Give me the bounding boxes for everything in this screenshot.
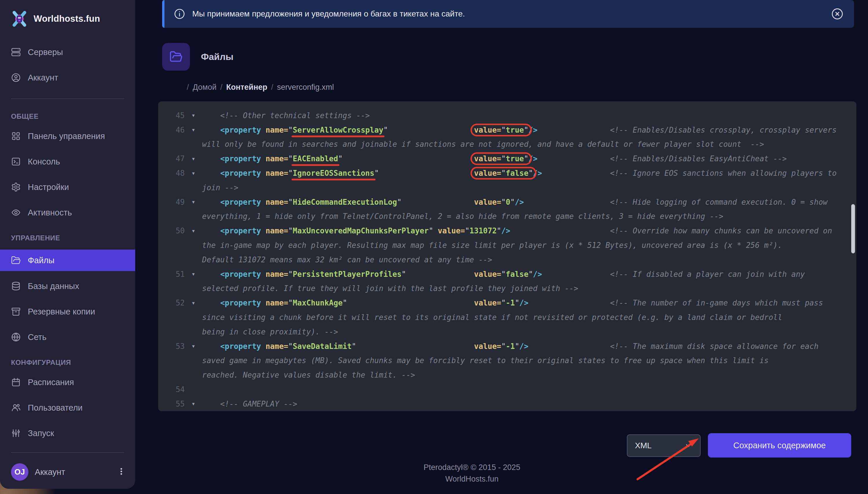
code-token (261, 169, 266, 177)
code-line-content[interactable]: <property name="MaxUncoveredMapChunksPer… (202, 226, 832, 235)
code-row: Default 131072 means max 32 km² can be u… (158, 252, 856, 267)
sidebar-item-label: Резервные копии (28, 307, 95, 317)
code-line-content[interactable]: saved game in megabytes (MB). Saved chun… (202, 356, 769, 365)
sidebar-item-label: Пользователи (28, 403, 82, 413)
code-token: join --> (202, 183, 238, 192)
code-token (542, 270, 610, 279)
sidebar-item-grid[interactable]: Панель управления (11, 128, 124, 144)
sidebar-item-database[interactable]: Базы данных (11, 278, 124, 294)
code-token: 131072 (469, 226, 497, 235)
code-line-content[interactable]: Default 131072 means max 32 km² can be u… (202, 255, 492, 264)
fold-arrow-icon[interactable]: ▼ (185, 128, 202, 132)
fold-arrow-icon[interactable]: ▼ (185, 113, 202, 118)
code-token: name= (266, 270, 288, 279)
code-token: " (397, 198, 402, 207)
sidebar-item-server[interactable]: Серверы (11, 44, 124, 60)
fold-arrow-icon[interactable]: ▼ (185, 200, 202, 205)
code-line-content[interactable]: join --> (202, 183, 238, 192)
sidebar-sections: ОБЩЕЕПанель управленияКонсольНастройкиАк… (11, 112, 124, 441)
code-line-content[interactable]: <property name="SaveDataLimit" value="-1… (202, 342, 818, 351)
code-editor[interactable]: 45▼ <!-- Other technical settings -->46▼… (158, 101, 856, 411)
code-line-content[interactable]: everything, 1 = hide only from Telnet/Co… (202, 212, 723, 221)
fold-arrow-icon[interactable]: ▼ (185, 156, 202, 161)
code-line-content[interactable]: since visiting a chunk before it will re… (202, 313, 782, 322)
code-line-content[interactable]: the in-game map by each player. Resultin… (202, 241, 782, 250)
code-row: 55▼ <!-- GAMEPLAY --> (158, 397, 856, 411)
code-token (202, 198, 220, 207)
files-page-icon-badge (162, 43, 190, 71)
code-line-content[interactable]: <property name="IgnoreEOSSanctions" valu… (202, 169, 837, 177)
footer-brand[interactable]: WorldHosts.fun (162, 473, 782, 485)
code-row: 54 (158, 382, 856, 397)
banner-text: Мы принимаем предложения и уведомления о… (192, 9, 465, 19)
fold-arrow-icon[interactable]: ▼ (185, 301, 202, 305)
code-row: 51▼ <property name="PersistentPlayerProf… (158, 267, 856, 282)
sidebar-item-globe[interactable]: Сеть (11, 329, 124, 345)
editor-scrollbar-thumb[interactable] (851, 204, 855, 253)
sidebar-item-archive[interactable]: Резервные копии (11, 303, 124, 320)
code-line-content[interactable]: <property name="ServerAllowCrossplay" va… (202, 126, 837, 134)
code-token: ServerAllowCrossplay (293, 126, 383, 134)
sidebar-item-user-circle[interactable]: Аккаунт (11, 70, 124, 86)
kebab-menu-icon[interactable] (116, 467, 127, 477)
code-line-content[interactable]: <property name="PersistentPlayerProfiles… (202, 270, 805, 279)
code-line-content[interactable]: selected profile. If true they will join… (202, 284, 578, 293)
code-token: <!-- Ignore EOS sanctions when allowing … (610, 169, 837, 177)
line-number: 47 (158, 154, 185, 163)
code-line-content[interactable]: <!-- Other technical settings --> (202, 111, 370, 120)
code-token: /> (519, 342, 528, 351)
annotation-circle: value="false" (474, 169, 533, 177)
code-line-content[interactable]: <property name="EACEnabled" value="true"… (202, 154, 787, 163)
sidebar-item-users[interactable]: Пользователи (11, 400, 124, 416)
sidebar-item-sliders[interactable]: Запуск (11, 425, 124, 441)
code-line-content[interactable]: will only be found in searches and joina… (202, 140, 764, 149)
code-token: " (402, 270, 406, 279)
code-token: EACEnabled (293, 154, 338, 163)
fold-arrow-icon[interactable]: ▼ (185, 401, 202, 406)
code-line-content[interactable]: <!-- GAMEPLAY --> (202, 400, 297, 408)
code-token: value= (474, 198, 501, 207)
fold-arrow-icon[interactable]: ▼ (185, 171, 202, 176)
breadcrumb-segment[interactable]: Контейнер (226, 83, 267, 92)
language-select[interactable]: XML (627, 434, 701, 457)
code-token: <!-- If disabled a player can join with … (610, 270, 805, 279)
code-token: <property (220, 126, 261, 134)
code-line-content[interactable]: being in close proximity). --> (202, 327, 338, 336)
fold-arrow-icon[interactable]: ▼ (185, 228, 202, 233)
code-token: " (510, 198, 515, 207)
code-token: " (288, 154, 293, 163)
code-token: " (352, 342, 356, 351)
code-token: " (288, 198, 293, 207)
sidebar-item-terminal[interactable]: Консоль (11, 153, 124, 170)
sidebar-item-folder[interactable]: Файлы (0, 250, 135, 271)
breadcrumb-segment[interactable]: Домой (193, 83, 216, 92)
footer-copyright: Pterodactyl® © 2015 - 2025 (162, 461, 782, 473)
code-line-content[interactable]: <property name="MaxChunkAge" value="-1"/… (202, 299, 823, 307)
code-token (261, 299, 266, 307)
close-icon[interactable] (831, 7, 844, 20)
sidebar-item-eye[interactable]: Активность (11, 205, 124, 221)
sidebar-account[interactable]: OJ Аккаунт (11, 463, 127, 481)
line-number: 49 (158, 198, 185, 207)
code-token: name= (266, 169, 288, 177)
save-button[interactable]: Сохранить содержимое (708, 433, 851, 457)
code-line-content[interactable]: reached. Negative values disable the lim… (202, 370, 415, 379)
sidebar-item-label: Запуск (28, 429, 54, 438)
users-icon (11, 403, 21, 413)
fold-arrow-icon[interactable]: ▼ (185, 344, 202, 349)
code-token: <property (220, 169, 261, 177)
code-token: " (374, 169, 379, 177)
sidebar-item-gear[interactable]: Настройки (11, 179, 124, 195)
code-line-content[interactable]: <property name="HideCommandExecutionLog"… (202, 198, 828, 207)
code-row: 46▼ <property name="ServerAllowCrossplay… (158, 123, 856, 137)
code-token: " (288, 169, 293, 177)
fold-arrow-icon[interactable]: ▼ (185, 272, 202, 277)
line-number: 54 (158, 385, 185, 394)
code-row: since visiting a chunk before it will re… (158, 310, 856, 325)
sidebar-item-calendar[interactable]: Расписания (11, 374, 124, 390)
code-token (202, 154, 220, 163)
code-row: 50▼ <property name="MaxUncoveredMapChunk… (158, 224, 856, 238)
brand[interactable]: Worldhosts.fun (11, 11, 124, 27)
breadcrumb-segment[interactable]: serverconfig.xml (277, 83, 334, 92)
code-row: the in-game map by each player. Resultin… (158, 238, 856, 252)
